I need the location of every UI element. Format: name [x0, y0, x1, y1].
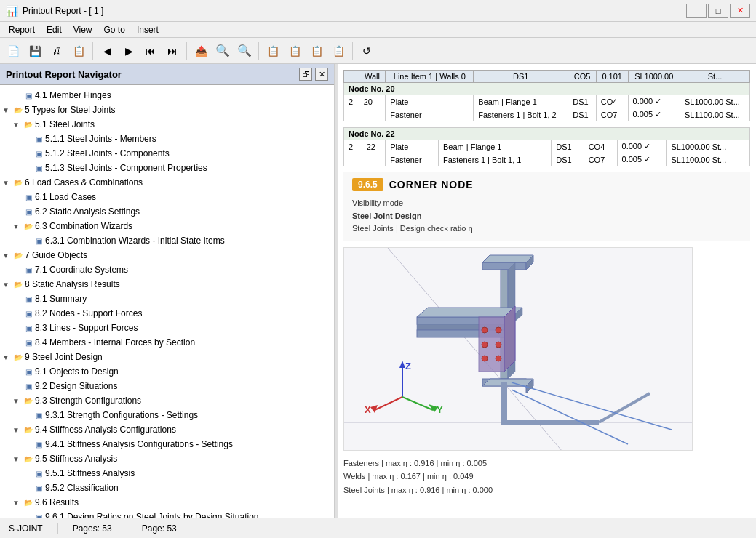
- tree-item-8_3[interactable]: ▣8.3 Lines - Support Forces: [0, 321, 334, 335]
- svg-point-22: [496, 356, 501, 361]
- tree-item-6[interactable]: ▼📂6 Load Cases & Combinations: [0, 175, 334, 190]
- viz-container: Z X Y: [343, 247, 693, 451]
- tree-item-7[interactable]: ▼📂7 Guide Objects: [0, 248, 334, 262]
- tree-item-8[interactable]: ▼📂8 Static Analysis Results: [0, 277, 334, 292]
- doc-icon: ▣: [32, 483, 45, 493]
- tree-item-6_3_1[interactable]: ▣6.3.1 Combination Wizards - Initial Sta…: [0, 233, 334, 248]
- cell-co: CO7: [584, 153, 617, 166]
- last-button[interactable]: ⏭: [162, 41, 183, 61]
- doc-icon: ▣: [22, 381, 35, 391]
- node-row-20: Node No. 20: [344, 83, 750, 95]
- copy2-button[interactable]: 📋: [263, 41, 283, 61]
- table-row: 2 20 Plate Beam | Flange 1 DS1 CO4 0.000…: [344, 95, 750, 108]
- menu-insert[interactable]: Insert: [131, 23, 164, 36]
- tree-item-9_4[interactable]: ▼📂9.4 Stiffness Analysis Configurations: [0, 422, 334, 437]
- col-header-linetype: Line Item 1 | Walls 0: [386, 71, 474, 83]
- cell-val1: 0.005 ✓: [628, 108, 680, 121]
- tree-item-9_5_2[interactable]: ▣9.5.2 Classification: [0, 481, 334, 495]
- expand-btn[interactable]: ▼: [0, 351, 12, 363]
- tree-item-9_5_1[interactable]: ▣9.5.1 Stiffness Analysis: [0, 466, 334, 481]
- tree-item-6_3[interactable]: ▼📂6.3 Combination Wizards: [0, 219, 334, 233]
- sidebar-restore-button[interactable]: 🗗: [299, 68, 312, 81]
- expand-placeholder: [10, 191, 22, 203]
- content-scroll[interactable]: Wall Line Item 1 | Walls 0 DS1 CO5 0.101…: [338, 64, 756, 518]
- folder-icon: 📂: [22, 119, 35, 129]
- cell-nodeid: 20: [359, 95, 386, 108]
- tree-item-9[interactable]: ▼📂9 Steel Joint Design: [0, 350, 334, 364]
- tree-item-5_1[interactable]: ▼📂5.1 Steel Joints: [0, 117, 334, 132]
- design-label: Steel Joint Design: [352, 210, 741, 223]
- expand-btn[interactable]: ▼: [0, 104, 12, 116]
- folder-icon: 📂: [22, 425, 35, 435]
- tree-item-8_4[interactable]: ▣8.4 Members - Internal Forces by Sectio…: [0, 335, 334, 350]
- tree-item-8_2[interactable]: ▣8.2 Nodes - Support Forces: [0, 306, 334, 321]
- cell-val2: SL1000.00 St...: [667, 140, 750, 153]
- expand-btn[interactable]: ▼: [10, 453, 22, 465]
- zoom-out-button[interactable]: 🔍: [234, 41, 255, 61]
- sidebar-tree[interactable]: ▣4.1 Member Hinges▼📂5 Types for Steel Jo…: [0, 85, 334, 518]
- expand-placeholder: [20, 467, 32, 479]
- cell-type2: Beam | Flange 1: [474, 95, 568, 108]
- expand-btn[interactable]: ▼: [10, 119, 22, 130]
- col-header-ds: DS1: [474, 71, 568, 83]
- tree-item-7_1[interactable]: ▣7.1 Coordinate Systems: [0, 262, 334, 277]
- caption-fasteners: Fasteners | max η : 0.916 | min η : 0.00…: [343, 457, 750, 470]
- zoom-in-button[interactable]: 🔍: [212, 41, 233, 61]
- menu-report[interactable]: Report: [3, 23, 41, 36]
- expand-btn[interactable]: ▼: [10, 220, 22, 232]
- tree-item-label: 7.1 Coordinate Systems: [35, 265, 128, 275]
- expand-btn[interactable]: ▼: [10, 424, 22, 435]
- expand-btn[interactable]: ▼: [10, 497, 22, 508]
- tree-item-9_6[interactable]: ▼📂9.6 Results: [0, 495, 334, 510]
- cell-val2: SL1100.00 St...: [667, 153, 750, 166]
- next-button[interactable]: ▶: [119, 41, 139, 61]
- doc-icon: ▣: [22, 294, 35, 304]
- expand-placeholder: [10, 264, 22, 276]
- first-button[interactable]: ⏮: [140, 41, 161, 61]
- copy4-button[interactable]: 📋: [306, 41, 327, 61]
- expand-btn[interactable]: ▼: [10, 395, 22, 406]
- new-button[interactable]: 📄: [3, 41, 23, 61]
- expand-placeholder: [20, 511, 32, 518]
- expand-btn[interactable]: ▼: [0, 249, 12, 261]
- expand-btn[interactable]: ▼: [0, 278, 12, 290]
- tree-item-9_2[interactable]: ▣9.2 Design Situations: [0, 379, 334, 393]
- tree-item-9_1[interactable]: ▣9.1 Objects to Design: [0, 364, 334, 379]
- tree-item-6_2[interactable]: ▣6.2 Static Analysis Settings: [0, 204, 334, 219]
- tree-item-9_3_1[interactable]: ▣9.3.1 Strength Configurations - Setting…: [0, 408, 334, 422]
- table-row: Node No. 20: [344, 83, 750, 95]
- tree-item-label: 8.1 Summary: [35, 294, 87, 304]
- close-button[interactable]: ✕: [730, 4, 750, 18]
- svg-point-18: [496, 327, 501, 333]
- tree-item-5_1_3[interactable]: ▣5.1.3 Steel Joints - Component Properti…: [0, 161, 334, 175]
- tree-item-5_1_1[interactable]: ▣5.1.1 Steel Joints - Members: [0, 132, 334, 146]
- prev-button[interactable]: ◀: [97, 41, 117, 61]
- copy3-button[interactable]: 📋: [285, 41, 305, 61]
- cell-nodeid: [362, 153, 386, 166]
- sidebar-close-button[interactable]: ✕: [315, 68, 328, 81]
- expand-btn[interactable]: ▼: [0, 177, 12, 188]
- menu-view[interactable]: View: [68, 23, 98, 36]
- tree-item-label: 6 Load Cases & Combinations: [25, 177, 143, 188]
- expand-placeholder: [20, 162, 32, 174]
- minimize-button[interactable]: —: [686, 4, 707, 18]
- tree-item-8_1[interactable]: ▣8.1 Summary: [0, 292, 334, 306]
- tree-item-9_5[interactable]: ▼📂9.5 Stiffness Analysis: [0, 451, 334, 466]
- menu-goto[interactable]: Go to: [98, 23, 131, 36]
- tree-item-9_3[interactable]: ▼📂9.3 Strength Configurations: [0, 393, 334, 408]
- tree-item-6_1[interactable]: ▣6.1 Load Cases: [0, 190, 334, 204]
- folder-icon: 📂: [22, 497, 35, 507]
- refresh-button[interactable]: ↺: [357, 41, 377, 61]
- tree-item-5[interactable]: ▼📂5 Types for Steel Joints: [0, 103, 334, 117]
- tree-item-4_1[interactable]: ▣4.1 Member Hinges: [0, 88, 334, 103]
- print-button[interactable]: 🖨: [47, 41, 67, 61]
- tree-item-9_4_1[interactable]: ▣9.4.1 Stiffness Analysis Configurations…: [0, 437, 334, 451]
- copy5-button[interactable]: 📋: [328, 41, 349, 61]
- copy-button[interactable]: 📋: [68, 41, 89, 61]
- save-button[interactable]: 💾: [25, 41, 45, 61]
- export-button[interactable]: 📤: [191, 41, 211, 61]
- maximize-button[interactable]: □: [708, 4, 728, 18]
- tree-item-9_6_1[interactable]: ▣9.6.1 Design Ratios on Steel Joints by …: [0, 510, 334, 518]
- tree-item-5_1_2[interactable]: ▣5.1.2 Steel Joints - Components: [0, 146, 334, 161]
- menu-edit[interactable]: Edit: [41, 23, 68, 36]
